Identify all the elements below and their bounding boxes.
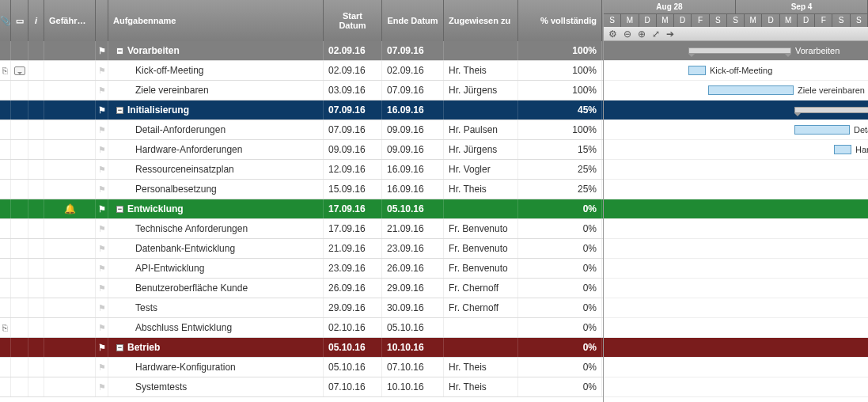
cell-name[interactable]: −Vorarbeiten bbox=[108, 41, 324, 60]
col-header-assigned[interactable]: Zugewiesen zu bbox=[444, 0, 518, 41]
task-row[interactable]: ⚑Personalbesetzung15.09.1616.09.16Hr. Th… bbox=[0, 180, 603, 199]
day-cell[interactable]: D bbox=[639, 14, 657, 27]
cell-name[interactable]: Datenbank-Entwicklung bbox=[108, 239, 324, 258]
cell-name[interactable]: Tests bbox=[108, 298, 324, 317]
cell-flag[interactable]: ⚑ bbox=[96, 298, 108, 317]
fit-icon[interactable]: ⤢ bbox=[652, 28, 660, 40]
gantt-row[interactable] bbox=[604, 298, 868, 318]
gantt-row[interactable] bbox=[604, 358, 868, 377]
cell-percent[interactable]: 100% bbox=[518, 120, 602, 139]
flag-icon[interactable]: ⚑ bbox=[98, 362, 106, 373]
cell-start[interactable]: 12.09.16 bbox=[324, 160, 382, 179]
cell-flag[interactable]: ⚑ bbox=[96, 219, 108, 238]
gantt-row[interactable]: Kick-off-Meeting bbox=[604, 61, 868, 81]
day-cell[interactable]: F bbox=[815, 14, 832, 27]
day-cell[interactable]: M bbox=[780, 14, 798, 27]
col-header-percent[interactable]: % vollständig bbox=[518, 0, 602, 41]
cell-percent[interactable]: 0% bbox=[518, 298, 602, 317]
cell-name[interactable]: Kick-off-Meeting bbox=[108, 61, 324, 80]
cell-start[interactable]: 09.09.16 bbox=[324, 140, 382, 159]
gantt-row[interactable] bbox=[604, 259, 868, 279]
task-row[interactable]: ⎘⚑Abschluss Entwicklung02.10.1605.10.160… bbox=[0, 318, 603, 338]
day-cell[interactable]: M bbox=[745, 14, 762, 27]
cell-assigned[interactable] bbox=[444, 100, 518, 119]
cell-flag[interactable]: ⚑ bbox=[96, 377, 108, 396]
flag-icon[interactable]: ⚑ bbox=[98, 165, 106, 175]
task-row[interactable]: ⚑Datenbank-Entwicklung21.09.1623.09.16Fr… bbox=[0, 239, 603, 259]
cell-assigned[interactable]: Fr. Chernoff bbox=[444, 279, 518, 298]
phase-bar[interactable]: Vorarbeiten bbox=[688, 47, 791, 54]
cell-percent[interactable]: 100% bbox=[518, 41, 602, 60]
gantt-row[interactable]: Ziele vereinbaren bbox=[604, 81, 868, 100]
cell-end[interactable]: 16.09.16 bbox=[382, 180, 444, 199]
cell-assigned[interactable]: Hr. Paulsen bbox=[444, 120, 518, 139]
cell-flag[interactable]: ⚑ bbox=[96, 41, 108, 60]
flag-icon[interactable]: ⚑ bbox=[98, 283, 106, 294]
cell-start[interactable]: 02.10.16 bbox=[324, 318, 382, 337]
cell-percent[interactable]: 100% bbox=[518, 81, 602, 100]
task-row[interactable]: ⚑Benutzeroberfläche Kunde26.09.1629.09.1… bbox=[0, 279, 603, 298]
cell-start[interactable]: 29.09.16 bbox=[324, 298, 382, 317]
gantt-row[interactable]: Detail-A bbox=[604, 120, 868, 140]
cell-start[interactable]: 02.09.16 bbox=[324, 41, 382, 60]
day-cell[interactable]: D bbox=[798, 14, 815, 27]
cell-flag[interactable]: ⚑ bbox=[96, 239, 108, 258]
cell-end[interactable]: 23.09.16 bbox=[382, 239, 444, 258]
cell-percent[interactable]: 0% bbox=[518, 279, 602, 298]
gantt-row[interactable]: Hardwa bbox=[604, 140, 868, 160]
phase-row[interactable]: ⚑−Vorarbeiten02.09.1607.09.16100% bbox=[0, 41, 603, 61]
cell-end[interactable]: 05.10.16 bbox=[382, 318, 444, 337]
cell-name[interactable]: Detail-Anforderungen bbox=[108, 120, 324, 139]
cell-percent[interactable]: 15% bbox=[518, 140, 602, 159]
task-row[interactable]: ⚑Hardware-Anforderungen09.09.1609.09.16H… bbox=[0, 140, 603, 160]
cell-flag[interactable]: ⚑ bbox=[96, 338, 108, 357]
task-bar[interactable]: Hardwa bbox=[834, 145, 851, 154]
cell-assigned[interactable]: Hr. Theis bbox=[444, 377, 518, 396]
col-header-flag[interactable] bbox=[96, 0, 108, 41]
day-cell[interactable]: D bbox=[762, 14, 779, 27]
cell-name[interactable]: Hardware-Anforderungen bbox=[108, 140, 324, 159]
goto-icon[interactable]: ➔ bbox=[666, 28, 674, 40]
cell-start[interactable]: 26.09.16 bbox=[324, 279, 382, 298]
day-cell[interactable]: D bbox=[674, 14, 692, 27]
day-cell[interactable]: S bbox=[604, 14, 621, 27]
task-row[interactable]: ⚑Tests29.09.1630.09.16Fr. Chernoff0% bbox=[0, 298, 603, 318]
cell-percent[interactable]: 25% bbox=[518, 160, 602, 179]
cell-flag[interactable]: ⚑ bbox=[96, 199, 108, 218]
day-cell[interactable]: M bbox=[657, 14, 674, 27]
collapse-icon[interactable]: − bbox=[116, 344, 123, 351]
gantt-row[interactable] bbox=[604, 279, 868, 298]
task-row[interactable]: ⚑Detail-Anforderungen07.09.1609.09.16Hr.… bbox=[0, 120, 603, 140]
task-row[interactable]: ⚑Hardware-Konfiguration05.10.1607.10.16H… bbox=[0, 358, 603, 377]
cell-assigned[interactable]: Hr. Theis bbox=[444, 358, 518, 377]
cell-end[interactable]: 09.09.16 bbox=[382, 140, 444, 159]
day-cell[interactable]: M bbox=[621, 14, 639, 27]
gantt-row[interactable] bbox=[604, 199, 868, 219]
flag-icon[interactable]: ⚑ bbox=[98, 323, 106, 333]
col-header-risk[interactable]: Gefähr… bbox=[44, 0, 96, 41]
phase-row[interactable]: ⚑−Initialisierung07.09.1616.09.1645% bbox=[0, 100, 603, 120]
cell-start[interactable]: 21.09.16 bbox=[324, 239, 382, 258]
cell-flag[interactable]: ⚑ bbox=[96, 318, 108, 337]
cell-end[interactable]: 05.10.16 bbox=[382, 199, 444, 218]
cell-assigned[interactable]: Hr. Theis bbox=[444, 61, 518, 80]
phase-row[interactable]: ⚑−Betrieb05.10.1610.10.160% bbox=[0, 338, 603, 358]
cell-flag[interactable]: ⚑ bbox=[96, 160, 108, 179]
cell-end[interactable]: 02.09.16 bbox=[382, 61, 444, 80]
cell-flag[interactable]: ⚑ bbox=[96, 81, 108, 100]
cell-name[interactable]: API-Entwicklung bbox=[108, 259, 324, 278]
cell-start[interactable]: 07.10.16 bbox=[324, 377, 382, 396]
phase-row[interactable]: 🔔⚑−Entwicklung17.09.1605.10.160% bbox=[0, 199, 603, 219]
flag-icon[interactable]: ⚑ bbox=[98, 66, 106, 76]
cell-flag[interactable]: ⚑ bbox=[96, 259, 108, 278]
cell-flag[interactable]: ⚑ bbox=[96, 61, 108, 80]
task-row[interactable]: ⚑API-Entwicklung23.09.1626.09.16Fr. Benv… bbox=[0, 259, 603, 279]
task-row[interactable]: ⚑Technische Anforderungen17.09.1621.09.1… bbox=[0, 219, 603, 239]
cell-end[interactable]: 16.09.16 bbox=[382, 160, 444, 179]
cell-end[interactable]: 07.09.16 bbox=[382, 81, 444, 100]
cell-assigned[interactable] bbox=[444, 338, 518, 357]
cell-assigned[interactable]: Hr. Vogler bbox=[444, 160, 518, 179]
col-header-name[interactable]: Aufgabenname bbox=[108, 0, 324, 41]
cell-end[interactable]: 29.09.16 bbox=[382, 279, 444, 298]
collapse-icon[interactable]: − bbox=[116, 107, 123, 114]
